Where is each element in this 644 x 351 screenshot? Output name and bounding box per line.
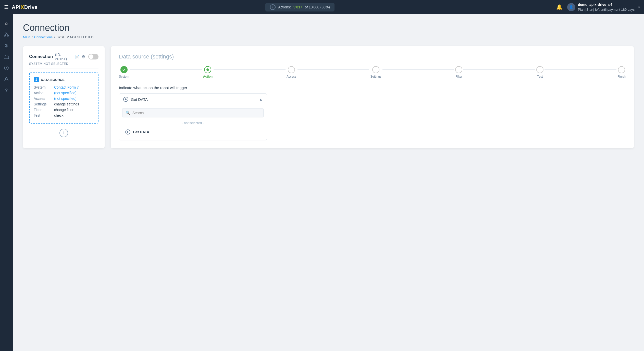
sidebar-item-billing[interactable]: $ [2,41,11,50]
step-finish: Finish [617,66,626,78]
sidebar: ⌂ $ ? [0,14,13,351]
step-circle-filter [455,66,462,73]
datasource-settings-title: Data source (settings) [119,53,626,60]
search-input[interactable] [132,111,260,115]
step-line-3 [298,69,369,70]
steps-row: System Action Access [119,66,626,78]
datasource-label: 1 DATA SOURCE [34,77,94,82]
test-value: check [54,113,64,117]
logo-drive: Drive [24,4,38,10]
user-info: demo_apix-drive_s4 Plan |Start| left unt… [578,2,635,12]
dropdown-item-label: Get DATA [133,130,149,134]
avatar: 👤 [567,3,575,11]
toggle-knob [89,54,93,59]
svg-rect-5 [4,56,9,59]
connection-id: (ID: 20161) [55,52,73,61]
step-test: Test [536,66,543,78]
access-value[interactable]: (not specified) [54,96,77,101]
step-circle-test [536,66,543,73]
actions-badge[interactable]: i Actions: 3'017 of 10'000 (30%) [265,3,335,11]
step-label-settings: Settings [370,75,381,78]
connection-header: Connection (ID: 20161) 📄 ⚙ [29,52,98,61]
svg-line-4 [6,33,8,35]
step-filter: Filter [455,66,462,78]
logo-x: X [21,4,24,10]
table-row: Settings change settings [34,102,94,106]
play-icon-item [125,129,130,135]
breadcrumb-main[interactable]: Main [23,35,30,39]
step-circle-system [120,66,128,73]
table-row: Filter change filter [34,108,94,112]
step-label-action: Action [203,75,213,78]
bell-icon[interactable]: 🔔 [556,4,563,10]
breadcrumb: Main / Connections / SYSTEM NOT SELECTED [23,35,634,39]
sidebar-item-play[interactable] [2,63,11,72]
chevron-up-icon: ▲ [259,97,263,101]
action-value[interactable]: (not specified) [54,91,77,95]
cards-row: Connection (ID: 20161) 📄 ⚙ SYSTEM NOT SE… [23,46,634,148]
action-dropdown: Get DATA ▲ 🔍 - not selected - Get DATA [119,93,267,140]
step-circle-settings [372,66,379,73]
datasource-box: 1 DATA SOURCE System Contact Form 7 Acti… [29,72,98,124]
svg-point-1 [4,35,6,37]
table-row: System Contact Form 7 [34,85,94,89]
main-content: Connection Main / Connections / SYSTEM N… [13,14,644,351]
step-line-2 [214,69,286,70]
datasource-num: 1 [34,77,39,82]
step-line-6 [544,69,616,70]
add-btn-wrap: + [29,129,98,137]
sidebar-item-network[interactable] [2,30,11,39]
topnav-center: i Actions: 3'017 of 10'000 (30%) [44,3,556,11]
dropdown-item-get-data[interactable]: Get DATA [122,127,264,137]
step-circle-access [288,66,295,73]
step-line-1 [130,69,202,70]
topnav-right: 🔔 👤 demo_apix-drive_s4 Plan |Start| left… [556,2,640,12]
user-area[interactable]: 👤 demo_apix-drive_s4 Plan |Start| left u… [567,2,640,12]
svg-point-0 [6,32,7,33]
system-not-selected-label: SYSTEM NOT SELECTED [29,62,98,68]
step-system: System [119,66,129,78]
settings-value: change settings [54,102,79,106]
hamburger-icon[interactable]: ☰ [4,4,9,10]
sidebar-item-home[interactable]: ⌂ [2,18,11,28]
not-selected-label: - not selected - [122,120,264,127]
gear-icon[interactable]: ⚙ [82,54,85,59]
search-box: 🔍 [122,108,264,117]
step-line-5 [463,69,535,70]
doc-icon[interactable]: 📄 [75,54,80,59]
info-icon: i [270,4,276,10]
step-access: Access [287,66,296,78]
filter-value: change filter [54,108,73,112]
add-datasource-button[interactable]: + [59,129,68,137]
dropdown-selected-left: Get DATA [123,97,148,102]
step-label-filter: Filter [455,75,462,78]
system-value[interactable]: Contact Form 7 [54,85,79,89]
logo-api: API [12,4,21,10]
step-label-access: Access [287,75,296,78]
action-prompt: Indicate what action the robot will trig… [119,86,626,90]
connection-card-title: Connection [29,54,53,59]
topnav: ☰ APIXDrive i Actions: 3'017 of 10'000 (… [0,0,644,14]
dropdown-header[interactable]: Get DATA ▲ [119,93,267,105]
step-label-finish: Finish [617,75,626,78]
dropdown-body: 🔍 - not selected - Get DATA [119,105,267,140]
sidebar-item-briefcase[interactable] [2,52,11,61]
dropdown-selected-text: Get DATA [131,97,148,102]
search-icon: 🔍 [126,111,130,115]
table-row: Access (not specified) [34,96,94,101]
actions-total: of 10'000 (30%) [305,5,330,9]
left-card: Connection (ID: 20161) 📄 ⚙ SYSTEM NOT SE… [23,46,105,148]
connection-toggle[interactable] [88,54,98,59]
step-label-system: System [119,75,129,78]
play-circle-icon [123,97,128,102]
breadcrumb-connections[interactable]: Connections [34,35,53,39]
sidebar-item-user[interactable] [2,75,11,84]
user-name: demo_apix-drive_s4 [578,2,635,7]
chevron-down-icon: ▾ [638,5,640,9]
breadcrumb-current: SYSTEM NOT SELECTED [57,35,93,39]
step-inner-dot [206,68,209,71]
svg-point-2 [7,35,9,37]
svg-line-3 [5,33,6,35]
sidebar-item-help[interactable]: ? [2,86,11,95]
step-line-4 [382,69,454,70]
